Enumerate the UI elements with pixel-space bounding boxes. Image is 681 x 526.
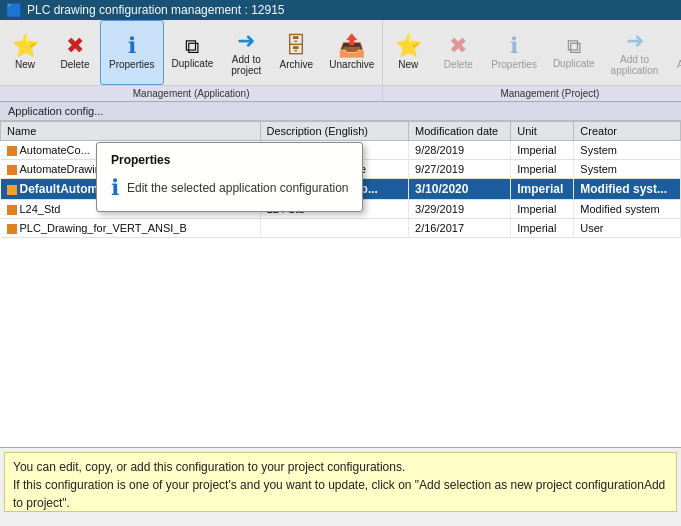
new-proj-label: New [398, 59, 418, 70]
row-icon [7, 146, 17, 156]
addto-proj-icon: ➜ [626, 30, 644, 52]
col-unit: Unit [511, 122, 574, 141]
delete-proj-button[interactable]: ✖ Delete [433, 20, 483, 85]
row-moddate: 9/27/2019 [409, 160, 511, 179]
delete-proj-icon: ✖ [449, 35, 467, 57]
new-proj-icon: ⭐ [395, 35, 422, 57]
col-moddate: Modification date [409, 122, 511, 141]
app-icon: 🟦 [6, 3, 22, 18]
delete-app-icon: ✖ [66, 35, 84, 57]
toolbar-group-application: ⭐ New ✖ Delete ℹ Properties ⧉ Duplicate … [0, 20, 383, 101]
new-proj-button[interactable]: ⭐ New [383, 20, 433, 85]
toolbar: ⭐ New ✖ Delete ℹ Properties ⧉ Duplicate … [0, 20, 681, 102]
delete-proj-label: Delete [444, 59, 473, 70]
properties-proj-button[interactable]: ℹ Properties [483, 20, 545, 85]
table-row[interactable]: PLC_Drawing_for_VERT_ANSI_B 2/16/2017 Im… [1, 219, 681, 238]
row-icon [7, 224, 17, 234]
duplicate-app-icon: ⧉ [185, 36, 199, 56]
delete-app-button[interactable]: ✖ Delete [50, 20, 100, 85]
row-creator: Modified syst... [574, 179, 681, 200]
unarchive-app-label: Unarchive [329, 59, 374, 70]
properties-app-icon: ℹ [128, 35, 136, 57]
addto-proj-label: Add toapplication [611, 54, 659, 76]
tooltip-body: ℹ Edit the selected application configur… [111, 175, 348, 201]
row-unit: Imperial [511, 141, 574, 160]
row-unit: Imperial [511, 160, 574, 179]
addto-app-button[interactable]: ➜ Add toproject [221, 20, 271, 85]
row-creator: Modified system [574, 200, 681, 219]
row-name: PLC_Drawing_for_VERT_ANSI_B [1, 219, 261, 238]
row-description [260, 219, 409, 238]
toolbar-app-label: Management (Application) [0, 85, 382, 101]
arch-proj-button[interactable]: 🗄 Arch... [666, 20, 681, 85]
row-creator: System [574, 160, 681, 179]
archive-app-icon: 🗄 [285, 35, 307, 57]
toolbar-buttons-right: ⭐ New ✖ Delete ℹ Properties ⧉ Duplicate … [383, 20, 681, 85]
row-icon [7, 185, 17, 195]
archive-app-button[interactable]: 🗄 Archive [271, 20, 321, 85]
toolbar-group-project: ⭐ New ✖ Delete ℹ Properties ⧉ Duplicate … [383, 20, 681, 101]
properties-app-button[interactable]: ℹ Properties [100, 20, 164, 85]
table-header: Name Description (English) Modification … [1, 122, 681, 141]
new-app-button[interactable]: ⭐ New [0, 20, 50, 85]
unarchive-app-icon: 📤 [338, 35, 365, 57]
row-unit: Imperial [511, 219, 574, 238]
unarchive-app-button[interactable]: 📤 Unarchive [321, 20, 382, 85]
properties-proj-icon: ℹ [510, 35, 518, 57]
addto-app-label: Add toproject [231, 54, 261, 76]
duplicate-app-button[interactable]: ⧉ Duplicate [164, 20, 222, 85]
status-line1: You can edit, copy, or add this configur… [13, 458, 668, 476]
archive-app-label: Archive [280, 59, 313, 70]
addto-app-icon: ➜ [237, 30, 255, 52]
duplicate-proj-icon: ⧉ [567, 36, 581, 56]
new-app-label: New [15, 59, 35, 70]
tooltip-icon: ℹ [111, 175, 119, 201]
tooltip-popup: Properties ℹ Edit the selected applicati… [96, 142, 363, 212]
toolbar-buttons-left: ⭐ New ✖ Delete ℹ Properties ⧉ Duplicate … [0, 20, 382, 85]
row-unit: Imperial [511, 200, 574, 219]
tooltip-text: Edit the selected application configurat… [127, 181, 348, 195]
section-label: Application config... [0, 102, 681, 121]
duplicate-proj-button[interactable]: ⧉ Duplicate [545, 20, 603, 85]
row-moddate: 3/10/2020 [409, 179, 511, 200]
window-title: PLC drawing configuration management : 1… [27, 3, 285, 17]
row-icon [7, 205, 17, 215]
delete-app-label: Delete [61, 59, 90, 70]
row-creator: User [574, 219, 681, 238]
title-bar: 🟦 PLC drawing configuration management :… [0, 0, 681, 20]
properties-app-label: Properties [109, 59, 155, 70]
duplicate-app-label: Duplicate [172, 58, 214, 69]
col-description: Description (English) [260, 122, 409, 141]
new-app-icon: ⭐ [12, 35, 39, 57]
row-creator: System [574, 141, 681, 160]
row-unit: Imperial [511, 179, 574, 200]
col-creator: Creator [574, 122, 681, 141]
addto-proj-button[interactable]: ➜ Add toapplication [603, 20, 667, 85]
row-icon [7, 165, 17, 175]
row-moddate: 3/29/2019 [409, 200, 511, 219]
row-moddate: 9/28/2019 [409, 141, 511, 160]
tooltip-title: Properties [111, 153, 348, 167]
duplicate-proj-label: Duplicate [553, 58, 595, 69]
arch-proj-label: Arch... [677, 59, 681, 70]
toolbar-proj-label: Management (Project) [383, 85, 681, 101]
row-moddate: 2/16/2017 [409, 219, 511, 238]
col-name: Name [1, 122, 261, 141]
status-bar: You can edit, copy, or add this configur… [4, 452, 677, 512]
status-line2: If this configuration is one of your pro… [13, 476, 668, 512]
properties-proj-label: Properties [491, 59, 537, 70]
